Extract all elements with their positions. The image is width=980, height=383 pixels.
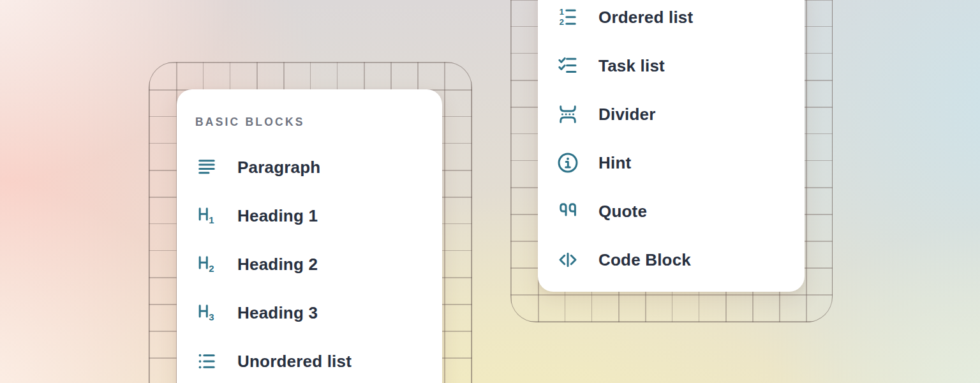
task-list-icon [556,54,579,77]
ordered-list-icon: 12 [556,6,579,29]
svg-text:1: 1 [560,7,565,17]
menu-list-right: 12 Ordered list Task list Divider Hint Q… [556,0,805,284]
menu-item-code-block[interactable]: Code Block [556,236,805,284]
menu-item-unordered-list[interactable]: Unordered list [195,337,442,383]
menu-item-heading-3[interactable]: 3 Heading 3 [195,289,442,337]
divider-icon [556,103,579,126]
menu-item-label: Ordered list [598,8,693,27]
background: { "colors": { "accent": "#2e7389", "item… [0,0,980,383]
menu-item-hint[interactable]: Hint [556,139,805,187]
block-menu-right: 12 Ordered list Task list Divider Hint Q… [538,0,805,292]
menu-item-label: Hint [598,153,631,173]
menu-item-label: Divider [598,105,656,124]
menu-item-label: Heading 2 [237,255,318,274]
paragraph-icon [195,156,218,179]
menu-item-task-list[interactable]: Task list [556,41,805,90]
code-block-icon [556,248,579,271]
hint-icon [556,151,579,174]
menu-item-heading-1[interactable]: 1 Heading 1 [195,192,442,240]
heading-3-icon: 3 [195,301,218,324]
menu-item-quote[interactable]: Quote [556,187,805,236]
menu-item-label: Heading 1 [237,206,318,226]
section-header-basic-blocks: BASIC BLOCKS [195,115,442,129]
block-menu-left: BASIC BLOCKS Paragraph 1 Heading 1 2 Hea… [177,89,442,383]
menu-item-divider[interactable]: Divider [556,90,805,139]
svg-text:3: 3 [209,312,214,322]
menu-list-left: Paragraph 1 Heading 1 2 Heading 2 3 Head… [195,143,442,383]
menu-item-paragraph[interactable]: Paragraph [195,143,442,192]
menu-item-label: Code Block [598,250,691,270]
menu-item-label: Heading 3 [237,303,318,323]
menu-item-heading-2[interactable]: 2 Heading 2 [195,240,442,289]
unordered-list-icon [195,350,218,373]
menu-item-label: Task list [598,56,665,76]
heading-2-icon: 2 [195,253,218,276]
menu-item-label: Unordered list [237,352,352,372]
menu-item-label: Quote [598,202,647,222]
heading-1-icon: 1 [195,204,218,227]
svg-text:2: 2 [560,17,565,27]
menu-item-label: Paragraph [237,158,320,177]
quote-icon [556,200,579,223]
svg-text:1: 1 [209,214,214,225]
svg-text:2: 2 [209,263,214,274]
menu-item-ordered-list[interactable]: 12 Ordered list [556,0,805,41]
